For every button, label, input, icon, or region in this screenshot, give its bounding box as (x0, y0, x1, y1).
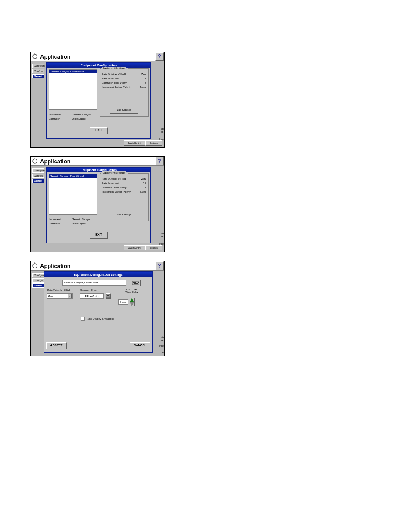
tab-configure-2[interactable]: Configu (32, 278, 44, 283)
svg-rect-7 (137, 282, 137, 283)
screenshot-1: Application ? Configure Configu Generi S… (30, 52, 165, 148)
implement-info: ImplementGeneric Sprayer ControllerDirec… (49, 112, 91, 121)
side-tabs: Configure Configu Generi (32, 64, 44, 79)
exit-button[interactable]: EXIT (90, 127, 108, 134)
equipment-config-dialog: Equipment Configuration Generic Sprayer,… (46, 167, 151, 243)
rate-outside-label: Rate Outside of Field (47, 289, 71, 292)
settings-readout: Rate Outside of FieldZero Rate Increment… (102, 72, 146, 89)
rate-outside-value: Zero (48, 294, 53, 298)
svg-rect-5 (134, 282, 135, 283)
cancel-button[interactable]: CANCEL (130, 342, 150, 349)
svg-rect-9 (134, 283, 138, 284)
implement-info: ImplementGeneric Sprayer ControllerDirec… (49, 217, 91, 226)
checkbox-box (81, 317, 85, 321)
peek-text: ate ce (161, 232, 164, 238)
group-label: Equipment Settings (102, 67, 126, 69)
dialog-title: Equipment Configuration (47, 63, 150, 68)
svg-rect-11 (107, 295, 109, 296)
spinner-down-button[interactable]: ▼ (129, 302, 135, 306)
help-button[interactable]: ? (155, 52, 164, 61)
svg-rect-8 (138, 282, 139, 283)
settings-button[interactable]: Settings (145, 140, 162, 146)
settings-button[interactable]: Settings (145, 245, 162, 250)
peek-text: ate ce (161, 336, 164, 342)
svg-point-12 (107, 296, 107, 296)
config-listbox[interactable]: Generic Sprayer, DirectLiquid (49, 174, 97, 215)
tab-generic[interactable]: Generi (32, 283, 44, 288)
listbox-selected[interactable]: Generic Sprayer, DirectLiquid (49, 174, 97, 178)
chevron-down-icon: ▼ (67, 294, 72, 298)
calculator-button[interactable] (106, 293, 111, 299)
svg-point-16 (108, 297, 108, 297)
peek-text-2: Input (159, 138, 164, 141)
help-button[interactable]: ? (155, 157, 164, 165)
exit-button[interactable]: EXIT (90, 232, 108, 239)
tab-generic[interactable]: Generi (32, 74, 44, 78)
side-tabs: Configure Configu Generi (32, 273, 44, 289)
edit-settings-button[interactable]: Edit Settings (110, 107, 138, 114)
calculator-icon (106, 294, 110, 298)
svg-point-14 (109, 296, 109, 296)
app-icon (31, 262, 38, 269)
time-delay-label: Controller Time Delay (122, 288, 142, 293)
rate-display-smoothing-checkbox[interactable]: Rate Display Smoothing (81, 317, 114, 321)
equipment-settings-group: Equipment Settings Rate Outside of Field… (100, 173, 149, 221)
listbox-selected[interactable]: Generic Sprayer, DirectLiquid (49, 70, 97, 73)
keyboard-button[interactable] (131, 280, 141, 286)
peek-text-2: Input (159, 243, 164, 246)
help-button[interactable]: ? (155, 261, 164, 270)
tab-configure-1[interactable]: Configure (32, 168, 44, 173)
device-name-field[interactable]: Generic Sprayer, DirectLiquid (62, 280, 126, 286)
equipment-config-settings-dialog: Equipment Configuration Settings Generic… (44, 271, 153, 353)
tab-configure-1[interactable]: Configure (32, 273, 44, 277)
window-titlebar: Application ? (31, 261, 164, 271)
time-delay-value[interactable]: 0 sec (118, 299, 128, 305)
equipment-config-dialog: Equipment Configuration Generic Sprayer,… (46, 62, 151, 139)
keyboard-icon (132, 281, 139, 285)
tab-generic[interactable]: Generi (32, 179, 44, 183)
peek-text-2: Input (159, 345, 164, 348)
dialog-title: Equipment Configuration (47, 168, 150, 172)
app-icon (31, 53, 38, 60)
svg-point-13 (108, 296, 108, 296)
tab-configure-2[interactable]: Configu (32, 69, 44, 73)
document-page: Application ? Configure Configu Generi S… (0, 0, 411, 532)
client-area: Configure Configu Generi ate ce Input gs… (31, 271, 164, 356)
app-title: Application (40, 263, 155, 269)
app-title: Application (40, 158, 155, 165)
group-label: Equipment Settings (102, 171, 126, 174)
swath-control-button[interactable]: Swath Control (124, 245, 145, 250)
swath-control-button[interactable]: Swath Control (124, 140, 145, 146)
tab-configure-1[interactable]: Configure (32, 64, 44, 68)
window-titlebar: Application ? (31, 52, 164, 61)
window-titlebar: Application ? (31, 157, 164, 166)
checkbox-label: Rate Display Smoothing (87, 317, 114, 320)
rate-outside-combo[interactable]: Zero ▼ (47, 293, 73, 299)
svg-point-17 (109, 297, 109, 297)
settings-readout: Rate Outside of FieldZero Rate Increment… (102, 177, 146, 194)
tab-configure-2[interactable]: Configu (32, 174, 44, 178)
min-flow-value[interactable]: 0.0 gal/min (80, 293, 104, 299)
app-title: Application (40, 53, 155, 60)
app-icon (31, 158, 38, 165)
client-area: Configure Configu Generi Swath Control S… (31, 61, 164, 147)
dialog-title: Equipment Configuration Settings (44, 272, 152, 277)
client-area: Configure Configu Generi Swath Control S… (31, 166, 164, 252)
accept-button[interactable]: ACCEPT (46, 342, 67, 349)
svg-rect-6 (135, 282, 136, 283)
svg-rect-4 (133, 282, 134, 283)
svg-point-15 (107, 297, 107, 297)
config-listbox[interactable]: Generic Sprayer, DirectLiquid (49, 69, 97, 110)
equipment-settings-group: Equipment Settings Rate Outside of Field… (100, 68, 149, 117)
screenshot-2: Application ? Configure Configu Generi S… (30, 156, 165, 252)
edit-settings-button[interactable]: Edit Settings (110, 212, 138, 218)
min-flow-label: Minimum Flow (80, 289, 97, 292)
peek-text-3: gs (162, 351, 164, 354)
screenshot-3: Application ? Configure Configu Generi a… (30, 261, 165, 356)
side-tabs: Configure Configu Generi (32, 168, 44, 184)
peek-text: ate ce (161, 128, 164, 134)
